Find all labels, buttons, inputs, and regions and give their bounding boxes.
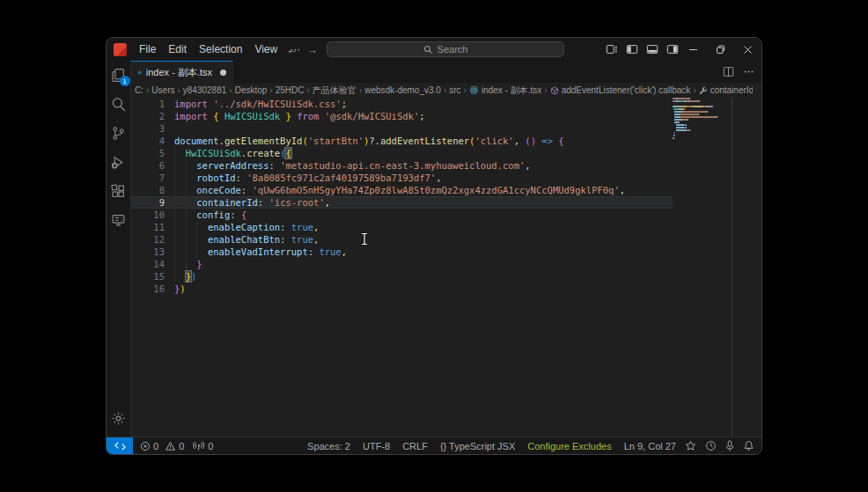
minimap-line (673, 121, 730, 123)
code-line[interactable]: 1import '../sdk/HwICSUiSdk.css'; (131, 98, 673, 110)
status-item-encoding[interactable]: UTF-8 (363, 441, 390, 452)
minimap-border (732, 98, 732, 437)
code-token: import (174, 99, 208, 109)
warnings-icon (165, 441, 176, 452)
menu-item-edit[interactable]: Edit (162, 38, 193, 61)
code-line[interactable]: 13enableVadInterrupt: true, (131, 246, 673, 258)
code-token: { (285, 148, 291, 158)
breadcrumb-item[interactable]: index - 副本.tsx (469, 84, 541, 97)
breadcrumb-item[interactable]: C: (135, 85, 143, 95)
code-line[interactable]: 4document.getElementById('startBtn')?.ad… (131, 135, 673, 147)
minimap[interactable] (673, 98, 730, 438)
indent-guide (186, 258, 197, 270)
code-line[interactable]: 10config: { (131, 209, 673, 221)
sidebar-item-search[interactable] (107, 90, 131, 119)
more-actions-icon[interactable] (743, 66, 754, 77)
ports-indicator[interactable]: 0 (193, 441, 213, 452)
code-line[interactable]: 15}) (131, 270, 673, 283)
toggle-sidebar-icon[interactable] (626, 43, 638, 55)
code-token: : (230, 209, 241, 220)
breadcrumb-item[interactable]: y84302881 (183, 85, 227, 95)
code-token: { (558, 136, 563, 146)
code-line[interactable]: 12enableChatBtn: true, (131, 233, 673, 246)
indent-guide (186, 221, 197, 233)
status-item-language-mode[interactable]: {} TypeScript JSX (440, 441, 515, 452)
breadcrumb-item[interactable]: 25HDC (276, 85, 305, 95)
chevron-right-icon: › (464, 85, 467, 95)
status-item-configure-excludes[interactable]: Configure Excludes (527, 441, 611, 452)
status-item-cursor-position[interactable]: Ln 9, Col 27 (624, 441, 676, 452)
command-center-search[interactable]: Search (327, 41, 564, 57)
history-circle-icon (705, 440, 717, 452)
sidebar-item-explorer[interactable]: 1 (107, 61, 131, 90)
remote-indicator[interactable] (107, 437, 133, 455)
status-item-indentation[interactable]: Spaces: 2 (307, 441, 350, 452)
minimap-line (673, 111, 730, 113)
restore-button[interactable] (707, 38, 734, 61)
minimap-line (673, 127, 730, 129)
breadcrumb-label: C: (135, 85, 143, 95)
line-number: 12 (131, 233, 165, 246)
breadcrumb-item[interactable]: 产品体验官 (313, 84, 357, 97)
toggle-secondary-sidebar-icon[interactable] (666, 43, 679, 55)
code-token: , (620, 185, 625, 195)
sidebar-item-remote-explorer[interactable] (107, 206, 131, 235)
sidebar-item-source-control[interactable] (107, 119, 131, 148)
breadcrumb-item[interactable]: addEventListener('click') callback (550, 85, 691, 95)
menu-item-view[interactable]: View (248, 38, 283, 61)
feedback-button[interactable] (705, 440, 717, 452)
line-number: 8 (131, 184, 165, 196)
code-line[interactable]: 8onceCode: 'qUwG6bmO5nHSgyYHa74Zp0z8lwA8… (131, 184, 673, 196)
back-arrow-icon[interactable]: ← (286, 43, 298, 56)
code-line[interactable]: 14} (131, 258, 673, 270)
notifications-button[interactable] (743, 440, 754, 452)
sidebar-item-extensions[interactable] (107, 177, 131, 206)
code-token: : (241, 185, 253, 195)
breadcrumb-item[interactable]: containerId (699, 85, 753, 95)
code-line[interactable]: 6serverAddress: 'metastudio-api.cn-east-… (131, 159, 673, 172)
code-line[interactable]: 11enableCaption: true, (131, 221, 673, 233)
breadcrumb-item[interactable]: Desktop (235, 85, 268, 95)
star-button[interactable] (685, 440, 696, 452)
code-line[interactable]: 7robotId: '8a8085fc971c2af40197589ba7193… (131, 172, 673, 184)
customize-layout-icon[interactable] (606, 43, 618, 55)
breadcrumb-item[interactable]: websdk-demo_v3.0 (364, 85, 441, 95)
close-icon (743, 45, 753, 55)
code-token: serverAddress (196, 160, 268, 171)
sidebar-item-run-debug[interactable] (107, 148, 131, 177)
minimize-button[interactable] (680, 38, 707, 61)
indent-guide (174, 246, 186, 258)
code-line[interactable]: 16}) (131, 283, 673, 295)
code-line[interactable]: 9containerId: 'ics-root', (131, 196, 673, 209)
code-line[interactable]: 5HwICSUiSdk.create({ (131, 147, 673, 159)
menu-item-selection[interactable]: Selection (193, 38, 248, 61)
tab-index-copy-tsx[interactable]: index - 副本.tsx (131, 61, 233, 83)
code-token: '@sdk/HwICSUiSdk' (325, 111, 419, 121)
code-token: '8a8085fc971c2af40197589ba7193df7' (246, 173, 436, 183)
breadcrumb-item[interactable]: Users (151, 85, 174, 95)
minimap-line (673, 98, 730, 99)
code-token: , (313, 234, 319, 245)
code-token: { (241, 209, 246, 220)
forward-arrow-icon[interactable]: → (306, 43, 318, 56)
code-editor[interactable]: 1import '../sdk/HwICSUiSdk.css';2import … (131, 98, 673, 437)
menu-item-file[interactable]: File (133, 38, 162, 61)
breadcrumb-item[interactable]: src (449, 85, 460, 95)
code-token: 'ics-root' (268, 197, 324, 208)
line-number: 5 (131, 147, 165, 159)
unsaved-dot-icon[interactable] (220, 70, 226, 76)
problems-indicator[interactable]: 0 0 (140, 441, 184, 452)
code-line[interactable]: 3 (131, 122, 673, 135)
code-token: ?. (369, 136, 380, 146)
status-item-eol[interactable]: CRLF (402, 441, 428, 452)
mic-button[interactable] (725, 440, 734, 452)
breadcrumb-label: containerId (710, 85, 753, 95)
close-button[interactable] (734, 38, 761, 61)
chevron-right-icon: › (229, 85, 232, 95)
app-logo-icon[interactable] (114, 43, 127, 56)
bell-icon (743, 440, 754, 452)
toggle-panel-icon[interactable] (646, 43, 658, 55)
settings-gear-button[interactable] (107, 404, 131, 433)
code-line[interactable]: 2import { HwICSUiSdk } from '@sdk/HwICSU… (131, 110, 673, 122)
split-editor-icon[interactable] (723, 66, 734, 77)
